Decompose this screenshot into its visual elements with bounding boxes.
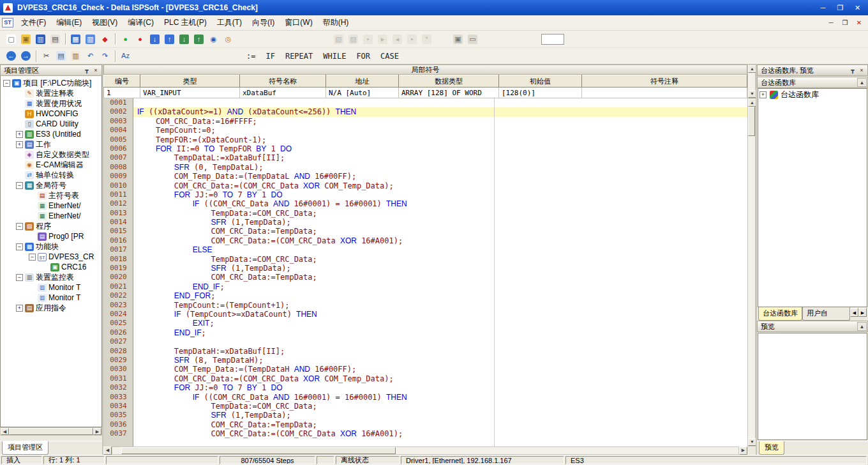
code-line[interactable]: 0005 TempFOR:=(xDataCount-1); <box>103 135 747 144</box>
code-line[interactable]: 0022 END_FOR; <box>103 291 747 300</box>
cut-icon[interactable]: ✂ <box>39 49 54 63</box>
tree-item-dvpes3-crc16[interactable]: −STDVPES3_CR <box>1 252 101 262</box>
code-line[interactable]: 0032 FOR JJ:=0 TO 7 BY 1 DO <box>103 383 747 392</box>
menu-edit[interactable]: 编辑(E) <box>51 15 87 30</box>
code-line[interactable]: 0025 EXIT; <box>103 319 747 328</box>
new-file-icon[interactable]: ▢ <box>4 32 19 47</box>
tree-item-function-blocks[interactable]: −▩功能块 <box>1 241 101 252</box>
expand-plus-icon[interactable]: + <box>16 131 23 138</box>
st-code-editor[interactable]: 00010002IF ((xDataCount>=1) AND (xDataCo… <box>103 98 747 446</box>
pin-icon[interactable]: ┳ <box>848 66 857 75</box>
back-icon[interactable]: ← <box>4 49 19 63</box>
tree-item-axis-unit[interactable]: ⇄轴单位转换 <box>1 170 101 180</box>
tree-item-ethernet-1[interactable]: ▦EtherNet/ <box>1 201 101 211</box>
code-line[interactable]: 0017 ELSE <box>103 245 747 254</box>
print-icon[interactable]: ▤ <box>48 32 63 47</box>
code-line[interactable]: 0007 TempDataL:=xDataBuf[II]; <box>103 153 747 162</box>
library-combo-bar[interactable]: 台达函数库 ▲ <box>757 77 868 88</box>
st-assign-button[interactable]: := <box>241 50 260 62</box>
symbol-cell[interactable] <box>582 88 747 98</box>
paste-icon[interactable]: ▥ <box>68 49 83 63</box>
symbol-cell[interactable]: N/A [Auto] <box>326 88 399 98</box>
code-line[interactable]: 0029 SFR (8, TempDataH); <box>103 356 747 365</box>
code-line[interactable]: 0028 TempDataH:=xDataBuf[II]; <box>103 347 747 356</box>
hscroll-thumb[interactable] <box>9 428 93 435</box>
symbol-cell[interactable]: VAR_INPUT <box>140 88 240 98</box>
menu-compile[interactable]: 编译(C) <box>123 15 159 30</box>
simulator-icon[interactable]: ▣ <box>451 32 465 47</box>
code-line[interactable]: 0027 <box>103 337 747 346</box>
expand-minus-icon[interactable]: − <box>16 223 23 230</box>
expand-plus-icon[interactable]: + <box>16 305 23 312</box>
close-button[interactable]: ✕ <box>849 2 866 14</box>
code-line[interactable]: 0037 COM_CRC_Data:=(COM_CRC_Data XOR 16#… <box>103 429 747 438</box>
tree-item-ethernet-2[interactable]: ▦EtherNet/ <box>1 211 101 221</box>
code-line[interactable]: 0011 FOR JJ:=0 TO 7 BY 1 DO <box>103 190 747 199</box>
preview-header-bar[interactable]: 预览 ▲ <box>757 321 868 332</box>
tree-item-card-utility[interactable]: ▯CARD Utility <box>1 119 101 129</box>
panel-close-icon[interactable]: × <box>857 66 866 75</box>
code-line[interactable]: 0002IF ((xDataCount>=1) AND (xDataCount<… <box>103 107 747 116</box>
open-folder-icon[interactable]: ▣ <box>19 32 33 47</box>
mdi-minimize-button[interactable]: ─ <box>824 18 838 28</box>
library-tree-item[interactable]: + 台达函数库 <box>758 89 867 101</box>
st-for-button[interactable]: FOR <box>351 50 375 62</box>
comm-setting-icon[interactable]: ▭ <box>465 32 480 47</box>
tree-item-project[interactable]: −▣项目 [F:\PLC功能块] <box>1 78 101 88</box>
code-line[interactable]: 0031 COM_CRC_Data:=(COM_CRC_Data XOR COM… <box>103 374 747 383</box>
st-if-button[interactable]: IF <box>260 50 280 62</box>
vscroll-track[interactable] <box>748 107 755 438</box>
st-while-button[interactable]: WHILE <box>318 50 351 62</box>
tab-scroll-right-icon[interactable]: ▶ <box>858 308 867 317</box>
menu-view[interactable]: 视图(V) <box>87 15 123 30</box>
pin-icon[interactable]: ┳ <box>82 66 91 75</box>
menu-plc[interactable]: PLC 主机(P) <box>159 15 212 30</box>
upload-sync-icon[interactable]: ↑ <box>191 32 206 47</box>
online-mode-icon[interactable]: ● <box>118 32 133 47</box>
menu-wizard[interactable]: 向导(I) <box>247 15 280 30</box>
code-line[interactable]: 0035 SFR (1,TempData); <box>103 411 747 420</box>
mdi-restore-button[interactable]: ❐ <box>838 18 852 28</box>
panel-close-icon[interactable]: × <box>91 66 100 75</box>
code-line[interactable]: 0033 IF ((COM_CRC_Data AND 16#0001) = 16… <box>103 393 747 402</box>
expand-minus-icon[interactable]: − <box>16 274 23 281</box>
expand-plus-icon[interactable]: + <box>760 91 767 98</box>
menu-file[interactable]: 文件(F) <box>16 15 51 30</box>
code-line[interactable]: 0024 IF (TempCount>=xDataCount) THEN <box>103 310 747 319</box>
online-monitor-icon[interactable]: ◉ <box>206 32 221 47</box>
window-tile-icon[interactable]: ▨ <box>346 32 361 47</box>
code-line[interactable]: 0020 COM_CRC_Data:=TempData; <box>103 273 747 282</box>
symbol-cell[interactable]: xDataBuf <box>240 88 326 98</box>
tree-item-ecam[interactable]: ◉E-CAM编辑器 <box>1 160 101 170</box>
code-line[interactable]: 0012 IF ((COM_CRC_Data AND 16#0001) = 16… <box>103 199 747 208</box>
collapse-up-icon[interactable]: ▲ <box>857 322 867 331</box>
tree-item-user-data-type[interactable]: ◈自定义数据类型 <box>1 149 101 160</box>
tree-item-device-usage[interactable]: ▦装置使用状况 <box>1 98 101 109</box>
code-line[interactable]: 0036 COM_CRC_Data:=TempData; <box>103 420 747 429</box>
expand-minus-icon[interactable]: − <box>3 80 10 87</box>
stop-icon[interactable]: ● <box>133 32 147 47</box>
menu-window[interactable]: 窗口(W) <box>280 15 317 30</box>
vscroll-thumb[interactable] <box>748 107 755 136</box>
code-line[interactable]: 0004 TempCount:=0; <box>103 126 747 135</box>
settings-icon[interactable]: * <box>419 32 434 47</box>
tree-item-monitor-1[interactable]: ▥Monitor T <box>1 282 101 293</box>
scroll-left-icon[interactable]: ◀ <box>103 446 112 455</box>
scroll-left-icon[interactable]: ◀ <box>1 428 9 435</box>
code-line[interactable]: 0001 <box>103 98 747 107</box>
tree-item-global-symbols[interactable]: −▦全局符号 <box>1 180 101 190</box>
step-out-icon[interactable]: ◂ <box>390 32 405 47</box>
maximize-button[interactable]: ❐ <box>832 2 849 14</box>
symbol-table-vscrollbar[interactable]: ▲ ▼ <box>747 65 756 98</box>
expand-minus-icon[interactable]: − <box>16 182 23 189</box>
tree-item-device-comment-table[interactable]: ✎装置注释表 <box>1 88 101 98</box>
lock-icon[interactable]: ▪ <box>405 32 419 47</box>
tree-item-prog0[interactable]: ▤Prog0 [PR <box>1 231 101 241</box>
redo-icon[interactable]: ↷ <box>98 49 112 63</box>
code-line[interactable]: 0034 TempData:=COM_CRC_Data; <box>103 402 747 411</box>
code-line[interactable]: 0019 SFR (1,TempData); <box>103 264 747 273</box>
symbol-cell[interactable]: ARRAY [128] OF WORD <box>399 88 499 98</box>
window-cascade-icon[interactable]: ▧ <box>331 32 346 47</box>
menu-help[interactable]: 帮助(H) <box>318 15 354 30</box>
tree-item-crc16[interactable]: ▣CRC16 <box>1 262 101 272</box>
